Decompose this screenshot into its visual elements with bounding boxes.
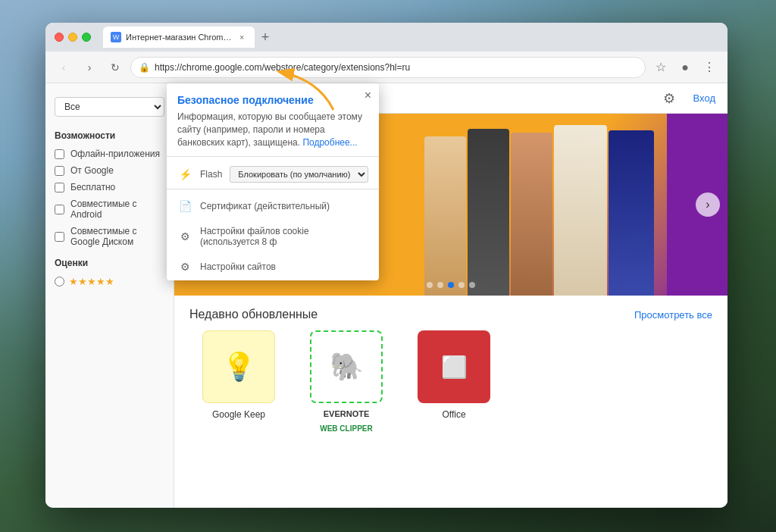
app-card-office[interactable]: ⬜ Office: [405, 330, 503, 433]
person-5: [609, 130, 654, 296]
tab-title: Интернет-магазин Chrome -: [126, 33, 232, 42]
filter-offline-apps[interactable]: Офлайн-приложения: [45, 146, 174, 162]
bookmark-button[interactable]: ☆: [650, 57, 671, 78]
flash-icon: ⚡: [177, 167, 192, 182]
browser-window: W Интернет-магазин Chrome - × + ‹ › ↻ 🔒 …: [45, 23, 728, 508]
filter-drive-checkbox[interactable]: [55, 232, 64, 242]
filter-drive[interactable]: Совместимые с Google Диском: [45, 223, 174, 250]
filter-from-google[interactable]: От Google: [45, 162, 174, 179]
url-text: https://chrome.google.com/webstore/categ…: [155, 62, 637, 73]
nav-actions: ☆ ● ⋮: [650, 57, 720, 78]
flash-select[interactable]: Блокировать (по умолчанию): [230, 166, 368, 183]
person-4: [554, 125, 607, 296]
google-keep-icon: 💡: [202, 330, 275, 403]
evernote-icon: 🐘: [310, 330, 383, 403]
title-bar: W Интернет-магазин Chrome - × +: [45, 23, 728, 52]
close-button[interactable]: [55, 33, 64, 42]
site-settings-label: Настройки сайтов: [200, 261, 368, 272]
site-settings-icon: ⚙: [177, 259, 192, 274]
tab-bar: W Интернет-магазин Chrome - × +: [103, 27, 718, 48]
evernote-logo: 🐘: [330, 351, 364, 383]
filter-android[interactable]: Совместимые с Android: [45, 196, 174, 223]
person-2: [468, 129, 509, 296]
rating-filter: ★★★★★: [45, 273, 174, 290]
app-card-evernote[interactable]: 🐘 EVERNOTE WEB CLIPPER: [297, 330, 396, 433]
flash-label: Flash: [200, 169, 222, 180]
tab-close-button[interactable]: ×: [236, 32, 247, 42]
sidebar: Все Возможности Офлайн-приложения От Goo…: [45, 83, 174, 508]
office-icon: ⬜: [418, 330, 490, 403]
certificate-label: Сертификат (действительный): [200, 201, 368, 211]
page-content: Все Возможности Офлайн-приложения От Goo…: [45, 83, 728, 508]
hero-dot-5[interactable]: [469, 282, 475, 288]
sidebar-filter: Все: [45, 91, 174, 123]
security-popup: × Безопасное подключение Информация, кот…: [167, 83, 379, 280]
evernote-name: EVERNOTE: [324, 409, 370, 418]
stars-display: ★★★★★: [69, 276, 114, 287]
rating-radio[interactable]: [55, 277, 64, 286]
filter-free-checkbox[interactable]: [55, 183, 64, 192]
popup-site-settings-row[interactable]: ⚙ Настройки сайтов: [167, 253, 379, 280]
category-filter[interactable]: Все: [55, 97, 164, 117]
lock-icon: 🔒: [139, 62, 150, 73]
filter-free-label: Бесплатно: [70, 182, 115, 192]
new-tab-button[interactable]: +: [255, 27, 276, 48]
maximize-button[interactable]: [82, 33, 91, 42]
hero-dot-3[interactable]: [448, 282, 454, 288]
section-header: Недавно обновленные Просмотреть все: [189, 308, 712, 321]
keep-bulb-icon: 💡: [222, 351, 256, 383]
popup-cookie-row: ⚙ Настройки файлов cookie (используется …: [167, 220, 379, 253]
office-name: Office: [442, 409, 465, 420]
hero-next-button[interactable]: ›: [696, 192, 720, 217]
popup-divider-2: [167, 189, 379, 189]
google-keep-name: Google Keep: [212, 409, 265, 420]
filter-drive-label: Совместимые с Google Диском: [70, 226, 164, 247]
certificate-icon: 📄: [177, 199, 192, 214]
filter-android-label: Совместимые с Android: [70, 199, 164, 220]
app-card-google-keep[interactable]: 💡 Google Keep: [189, 330, 288, 433]
minimize-button[interactable]: [68, 33, 77, 42]
account-button[interactable]: ●: [674, 57, 696, 78]
recently-updated-section: Недавно обновленные Просмотреть все 💡 Go…: [174, 296, 728, 445]
hero-dot-1[interactable]: [427, 282, 433, 288]
view-all-link[interactable]: Просмотреть все: [634, 309, 712, 321]
filter-offline-label: Офлайн-приложения: [70, 149, 160, 159]
ratings-section-title: Оценки: [45, 250, 174, 273]
active-tab[interactable]: W Интернет-магазин Chrome - ×: [103, 27, 255, 48]
popup-flash-row: ⚡ Flash Блокировать (по умолчанию): [167, 160, 379, 189]
address-bar[interactable]: 🔒 https://chrome.google.com/webstore/cat…: [130, 57, 646, 78]
popup-title: Безопасное подключение: [167, 83, 379, 111]
office-logo-icon: ⬜: [441, 355, 468, 380]
tab-favicon: W: [111, 32, 121, 42]
filter-offline-checkbox[interactable]: [55, 149, 64, 159]
nav-bar: ‹ › ↻ 🔒 https://chrome.google.com/websto…: [45, 52, 728, 83]
store-header-right: ⚙ Вход: [663, 90, 715, 107]
back-button[interactable]: ‹: [53, 57, 74, 78]
menu-button[interactable]: ⋮: [699, 57, 720, 78]
filter-android-checkbox[interactable]: [55, 205, 64, 214]
signin-button[interactable]: Вход: [693, 92, 715, 104]
features-section-title: Возможности: [45, 123, 174, 146]
traffic-lights: [55, 33, 91, 42]
section-title: Недавно обновленные: [189, 308, 318, 321]
evernote-sub: WEB CLIPPER: [320, 424, 372, 433]
popup-more-link[interactable]: Подробнее...: [302, 137, 357, 148]
filter-google-label: От Google: [70, 165, 114, 176]
cookie-label: Настройки файлов cookie (используется 8 …: [200, 226, 368, 247]
person-1: [424, 136, 466, 296]
cookie-icon: ⚙: [177, 229, 192, 244]
popup-certificate-row: 📄 Сертификат (действительный): [167, 192, 379, 220]
hero-dot-4[interactable]: [458, 282, 465, 288]
filter-free[interactable]: Бесплатно: [45, 179, 174, 196]
popup-description: Информация, которую вы сообщаете этому с…: [167, 111, 379, 156]
popup-close-button[interactable]: ×: [365, 89, 371, 102]
hero-dots: [427, 282, 475, 288]
filter-google-checkbox[interactable]: [55, 166, 64, 176]
store-gear-icon[interactable]: ⚙: [663, 90, 675, 107]
refresh-button[interactable]: ↻: [105, 57, 126, 78]
hero-dot-2[interactable]: [437, 282, 443, 288]
person-3: [511, 133, 552, 296]
forward-button[interactable]: ›: [79, 57, 100, 78]
apps-grid: 💡 Google Keep 🐘 EVERNOTE WEB CLIPPER: [189, 330, 712, 433]
popup-divider-1: [167, 156, 379, 157]
